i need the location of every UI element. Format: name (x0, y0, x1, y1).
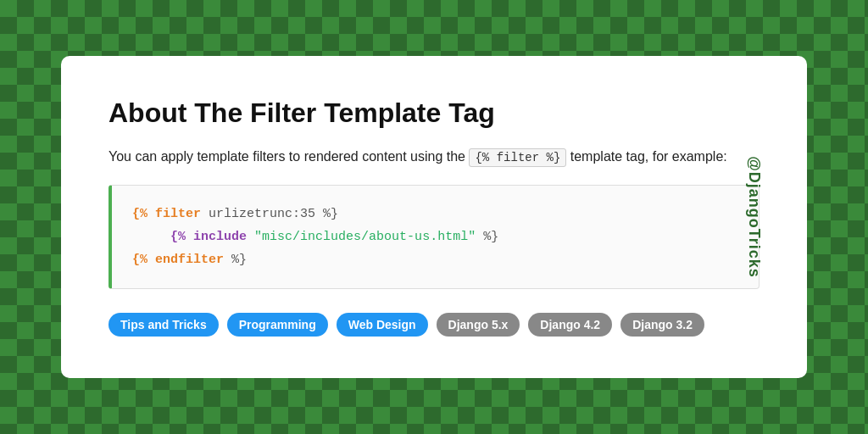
keyword-filter: filter (155, 207, 201, 221)
keyword-include: include (193, 230, 247, 244)
keyword-endfilter: endfilter (155, 253, 224, 267)
close-tag-2: %} (483, 230, 498, 244)
code-block: {% filter urlizetrunc:35 %} {% include "… (108, 185, 760, 289)
code-line-1: {% filter urlizetrunc:35 %} (132, 203, 738, 225)
side-label: @DjangoTricks (746, 156, 764, 278)
code-line-2: {% include "misc/includes/about-us.html"… (132, 225, 738, 248)
indent (132, 230, 163, 244)
description-after: template tag, for example: (570, 149, 727, 164)
content-card: About The Filter Template Tag You can ap… (61, 56, 807, 378)
code-line-3: {% endfilter %} (132, 248, 738, 271)
tag-programming[interactable]: Programming (227, 313, 328, 337)
tag-django-42[interactable]: Django 4.2 (528, 313, 612, 337)
inline-code-tag: {% filter %} (469, 148, 566, 167)
tag-django-5x[interactable]: Django 5.x (437, 313, 520, 337)
filter-arg: urlizetrunc:35 %} (209, 207, 338, 221)
tag-web-design[interactable]: Web Design (337, 313, 428, 337)
brace-open-1: {% (132, 207, 147, 221)
description-text: You can apply template filters to render… (108, 146, 760, 168)
close-tag-3: %} (231, 253, 247, 267)
tags-row: Tips and Tricks Programming Web Design D… (108, 313, 760, 337)
description-before: You can apply template filters to render… (108, 149, 469, 164)
tag-django-32[interactable]: Django 3.2 (620, 313, 704, 337)
page-title: About The Filter Template Tag (108, 97, 760, 129)
brace-open-2: {% (170, 230, 186, 244)
include-path: "misc/includes/about-us.html" (254, 230, 476, 244)
brace-open-3: {% (132, 253, 147, 267)
tag-tips-and-tricks[interactable]: Tips and Tricks (108, 313, 219, 337)
